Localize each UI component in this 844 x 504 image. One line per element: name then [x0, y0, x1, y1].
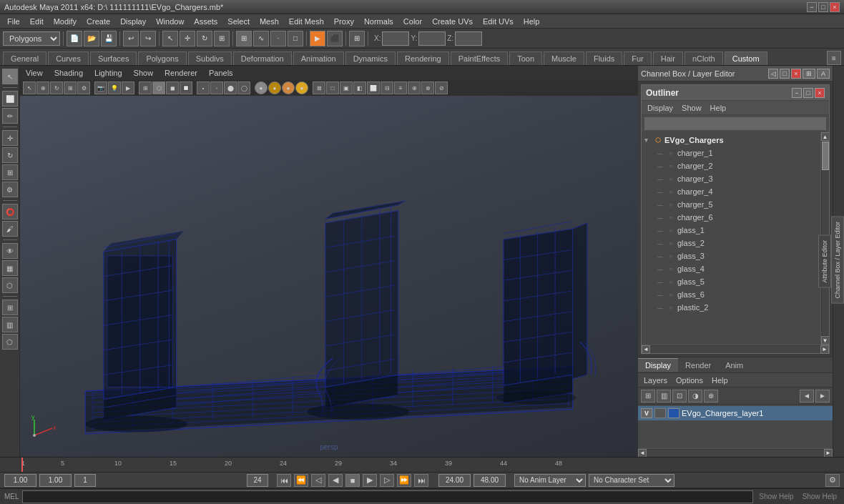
layers-hscroll[interactable]: ◄ ► — [638, 448, 833, 457]
outliner-item-charger2[interactable]: — ○ charger_2 — [642, 159, 820, 172]
vp-snap4[interactable]: ◯ — [237, 81, 250, 94]
deform-btn[interactable]: ⬠ — [2, 334, 18, 350]
playback-options[interactable]: ⚙ — [825, 474, 840, 487]
tab-surfaces[interactable]: Surfaces — [90, 51, 137, 65]
tab-ncloth[interactable]: nCloth — [684, 51, 723, 65]
prev-key-btn[interactable]: ◁ — [311, 474, 325, 487]
outliner-item-charger4[interactable]: — ○ charger_4 — [642, 185, 820, 198]
stop-btn[interactable]: ■ — [345, 474, 360, 487]
save-button[interactable]: 💾 — [101, 31, 117, 46]
frame-current-field[interactable] — [4, 474, 36, 487]
layer-opt1[interactable]: ▥ — [657, 390, 671, 402]
menu-edit-uvs[interactable]: Edit UVs — [479, 16, 518, 27]
z-field[interactable] — [455, 31, 482, 46]
lattice-btn[interactable]: ▥ — [2, 317, 18, 332]
x-field[interactable] — [382, 31, 409, 46]
vp-select-icon[interactable]: ↖ — [23, 81, 36, 94]
menu-color[interactable]: Color — [399, 16, 426, 27]
tab-polygons[interactable]: Polygons — [138, 51, 186, 65]
tab-anim-layer[interactable]: Anim — [718, 359, 750, 372]
attribute-editor-tab[interactable]: Attribute Editor — [818, 235, 831, 288]
vp-snap2[interactable]: ◦ — [210, 81, 223, 94]
outliner-item-evgo-chargers[interactable]: ▾ ⬡ EVgo_Chargers — [642, 134, 820, 147]
tab-painteffects[interactable]: PaintEffects — [451, 51, 509, 65]
outliner-list[interactable]: ▾ ⬡ EVgo_Chargers — ○ charger_1 — ○ — [642, 132, 820, 345]
vp-wire-icon[interactable]: ⬡ — [152, 81, 165, 94]
undo-button[interactable]: ↩ — [123, 31, 139, 46]
outliner-item-glass5[interactable]: — ○ glass_5 — [642, 275, 820, 288]
play-fwd-btn[interactable]: ▶ — [363, 474, 377, 487]
3d-viewport[interactable]: .wire { stroke: #1a2a9a; stroke-width: 0… — [20, 96, 638, 457]
manip-btn[interactable]: ⚙ — [2, 182, 18, 197]
maximize-button[interactable]: □ — [818, 2, 828, 12]
frame-num-field[interactable] — [74, 474, 96, 487]
vp-ui2[interactable]: ▣ — [340, 81, 353, 94]
vp-ui7[interactable]: ⊕ — [408, 81, 421, 94]
vp-manip-icon[interactable]: ⚙ — [77, 81, 90, 94]
tab-dynamics[interactable]: Dynamics — [345, 51, 396, 65]
snap-point[interactable]: · — [270, 31, 286, 46]
layer-opt4[interactable]: ⊕ — [704, 390, 718, 402]
open-button[interactable]: 📂 — [84, 31, 99, 46]
vp-ui4[interactable]: ⬜ — [367, 81, 380, 94]
vp-ui1[interactable]: □ — [326, 81, 339, 94]
menu-create[interactable]: Create — [82, 16, 114, 27]
outliner-hscroll[interactable]: ◄ ► — [642, 345, 829, 353]
vp-ui6[interactable]: ≡ — [394, 81, 407, 94]
snap-view[interactable]: □ — [288, 31, 303, 46]
tab-animation[interactable]: Animation — [293, 51, 344, 65]
vp-color4[interactable]: ● — [295, 81, 308, 94]
outliner-menu-show[interactable]: Show — [679, 104, 705, 112]
playhead[interactable] — [21, 458, 23, 472]
tab-rendering[interactable]: Rendering — [397, 51, 449, 65]
vp-menu-lighting[interactable]: Lighting — [92, 69, 125, 77]
play-back-btn[interactable]: ◀ — [328, 474, 343, 487]
outliner-item-plastic2[interactable]: — ○ plastic_2 — [642, 301, 820, 314]
range-end-field[interactable] — [473, 474, 506, 487]
tab-muscle[interactable]: Muscle — [544, 51, 584, 65]
outliner-item-glass2[interactable]: — ○ glass_2 — [642, 237, 820, 249]
sculpt-btn[interactable]: 🖌 — [2, 221, 18, 237]
outliner-item-glass4[interactable]: — ○ glass_4 — [642, 262, 820, 275]
channel-right-icon[interactable]: ⊞ — [803, 69, 815, 79]
outliner-item-charger5[interactable]: — ○ charger_5 — [642, 198, 820, 211]
menu-proxy[interactable]: Proxy — [330, 16, 358, 27]
channel-box-tab[interactable]: Channel Box / Layer Editor — [831, 217, 844, 304]
vp-menu-renderer[interactable]: Renderer — [162, 69, 200, 77]
create-layer-btn[interactable]: ⊞ — [641, 390, 655, 402]
layers-hscroll-left[interactable]: ◄ — [638, 449, 647, 458]
show-help-link[interactable]: Show Help — [756, 493, 796, 500]
move-tool[interactable]: ✛ — [180, 31, 195, 46]
minimize-button[interactable]: − — [807, 2, 817, 12]
menu-help[interactable]: Help — [519, 16, 544, 27]
outliner-item-glass1[interactable]: — ○ glass_1 — [642, 224, 820, 237]
vp-move-icon[interactable]: ⊕ — [36, 81, 49, 94]
tab-toon[interactable]: Toon — [509, 51, 542, 65]
layers-menu-help[interactable]: Help — [709, 376, 731, 385]
vp-ui3[interactable]: ◧ — [353, 81, 366, 94]
ipr-button[interactable]: ⬛ — [327, 31, 343, 46]
tab-display-layer[interactable]: Display — [638, 358, 678, 372]
lasso-tool[interactable]: ⬜ — [2, 91, 18, 107]
parent-btn[interactable]: ⬡ — [2, 277, 18, 293]
goto-end-btn[interactable]: ⏭ — [414, 474, 428, 487]
outliner-item-charger3[interactable]: — ○ charger_3 — [642, 172, 820, 185]
select-tool[interactable]: ↖ — [162, 31, 178, 46]
tab-deformation[interactable]: Deformation — [233, 51, 292, 65]
next-frame-btn[interactable]: ⏩ — [397, 474, 411, 487]
vp-snap3[interactable]: ⬤ — [224, 81, 237, 94]
layer-opt2[interactable]: ⊡ — [672, 390, 687, 402]
outliner-item-glass3[interactable]: — ○ glass_3 — [642, 249, 820, 262]
vp-texture-icon[interactable]: 🔲 — [180, 81, 192, 94]
group-btn[interactable]: ▦ — [2, 260, 18, 276]
frame-end-field[interactable] — [247, 474, 268, 487]
layers-menu-layers[interactable]: Layers — [641, 376, 670, 385]
outliner-item-charger6[interactable]: — ○ charger_6 — [642, 211, 820, 224]
mel-input-field[interactable] — [22, 490, 754, 503]
vp-menu-panels[interactable]: Panels — [206, 69, 236, 77]
vp-snap-x[interactable]: ⊠ — [313, 81, 325, 94]
tab-fluids[interactable]: Fluids — [586, 51, 622, 65]
menu-edit[interactable]: Edit — [26, 16, 48, 27]
layer-item-evgo[interactable]: V EVgo_Chargers_layer1 — [638, 406, 833, 420]
vp-menu-show[interactable]: Show — [131, 69, 157, 77]
